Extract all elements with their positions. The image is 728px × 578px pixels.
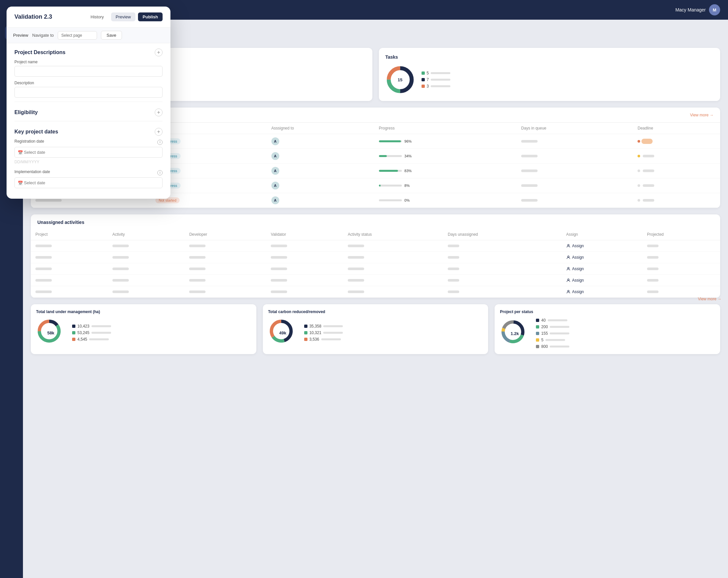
col-assigned-to: Asssigned to <box>267 123 374 134</box>
carbon-donut: 49k <box>268 318 297 348</box>
project-cell <box>31 263 108 275</box>
activities-view-more[interactable]: View more → <box>690 113 713 117</box>
project-status-legend: 40 200 155 5 800 <box>536 318 569 349</box>
project-name-input[interactable] <box>15 66 162 77</box>
developer-cell <box>185 240 266 252</box>
projected-cell <box>643 286 720 298</box>
deadline-dot <box>638 155 640 157</box>
description-field-group: Description <box>15 81 162 98</box>
deadline-dot <box>638 170 640 172</box>
svg-point-13 <box>568 256 569 257</box>
implementation-date-input[interactable] <box>15 177 162 188</box>
col-validator: Validator <box>266 229 343 240</box>
activity-cell <box>108 240 185 252</box>
modal-header-actions: History Preview Publish <box>86 12 162 21</box>
registration-date-field-group: Registration date i 📅 DD/MM/YYYY <box>15 139 162 166</box>
col-days-queue: Days in queue <box>517 123 633 134</box>
toolbar-preview-label: Preview <box>13 33 28 38</box>
activity-cell <box>108 252 185 263</box>
activity-cell <box>108 263 185 275</box>
days-unassigned-cell <box>443 240 562 252</box>
activity-status-cell <box>343 240 443 252</box>
days-queue-cell <box>517 178 633 193</box>
publish-button[interactable]: Publish <box>138 12 162 21</box>
legend-bar <box>431 79 450 81</box>
svg-point-15 <box>568 279 569 280</box>
assign-button-2[interactable]: Assign <box>566 267 584 271</box>
modal-title: Validation 2.3 <box>15 14 52 20</box>
land-donut: 58k <box>36 318 66 348</box>
preview-button[interactable]: Preview <box>111 12 135 21</box>
registration-date-input-wrap: 📅 <box>15 147 162 158</box>
project-descriptions-section-header: Project Descriptions + <box>15 43 162 60</box>
developer-cell <box>185 263 266 275</box>
project-descriptions-add[interactable]: + <box>155 49 162 56</box>
projected-cell <box>643 240 720 252</box>
legend-value-3: 3 <box>427 84 429 89</box>
unassigned-view-more[interactable]: View more → <box>698 297 720 298</box>
assign-cell[interactable]: Assign <box>562 275 643 286</box>
activity-status-cell <box>343 275 443 286</box>
toolbar-nav-label: Navigate to <box>32 33 54 38</box>
user-menu[interactable]: Macy Manager M <box>675 4 720 16</box>
project-cell <box>31 252 108 263</box>
registration-date-info[interactable]: i <box>157 140 162 145</box>
col-days-unassigned: Days unassigned <box>443 229 562 240</box>
legend-dot-orange <box>421 84 425 88</box>
assign-button-3[interactable]: Assign <box>566 278 584 283</box>
legend-item: 5 <box>421 71 451 75</box>
unassigned-table-wrap: Project Activity Developer Validator Act… <box>31 229 720 298</box>
days-queue-cell <box>517 149 633 164</box>
modal-body: Project Descriptions + Project name Desc… <box>6 43 171 199</box>
activity-status-cell <box>343 286 443 298</box>
calendar-icon-1: 📅 <box>18 150 23 155</box>
project-cell <box>31 275 108 286</box>
validator-cell <box>266 240 343 252</box>
avatar: A <box>271 167 279 175</box>
land-legend: 10,423 53,245 4,545 <box>72 324 111 342</box>
calendar-icon-2: 📅 <box>18 180 23 185</box>
legend-item: 7 <box>421 77 451 82</box>
developer-cell <box>185 286 266 298</box>
activity-cell <box>108 286 185 298</box>
assigned-cell: A <box>267 193 374 208</box>
legend-dot-navy <box>421 78 425 81</box>
progress-cell: 8% <box>374 178 517 193</box>
project-status-card: Project per status 1.2k <box>495 304 720 354</box>
col-projected: Projected <box>643 229 720 240</box>
assign-cell[interactable]: Assign <box>562 286 643 298</box>
divider-1 <box>15 102 162 102</box>
save-button[interactable]: Save <box>101 31 122 40</box>
description-input[interactable] <box>15 87 162 98</box>
activity-status-cell <box>343 263 443 275</box>
registration-date-input[interactable] <box>15 147 162 158</box>
eligibility-add[interactable]: + <box>155 108 162 117</box>
land-center: 58k <box>47 330 54 335</box>
registration-date-label: Registration date <box>15 139 44 144</box>
assign-button-0[interactable]: Assign <box>566 244 584 248</box>
eligibility-section-header: Eligibility + <box>15 103 162 120</box>
key-dates-add[interactable]: + <box>155 128 162 136</box>
validator-cell <box>266 252 343 263</box>
unassigned-table: Project Activity Developer Validator Act… <box>31 229 720 298</box>
tasks-center-label: 15 <box>398 77 402 82</box>
days-queue-cell <box>517 134 633 149</box>
tasks-donut: 15 <box>386 65 415 95</box>
assign-cell[interactable]: Assign <box>562 263 643 275</box>
history-button[interactable]: History <box>86 12 108 21</box>
implementation-date-info[interactable]: i <box>157 170 162 175</box>
table-row: Assign <box>31 240 720 252</box>
deadline-dot <box>638 184 640 187</box>
deadline-cell <box>633 149 720 164</box>
assign-cell[interactable]: Assign <box>562 252 643 263</box>
assign-button-4[interactable]: Assign <box>566 290 584 294</box>
page-select[interactable]: Select page <box>58 31 97 40</box>
days-queue-cell <box>517 164 633 178</box>
progress-cell: 96% <box>374 134 517 149</box>
assign-cell[interactable]: Assign <box>562 240 643 252</box>
legend-dot-green <box>421 72 425 75</box>
validator-cell <box>266 286 343 298</box>
assign-button-1[interactable]: Assign <box>566 255 584 260</box>
carbon-legend: 35,358 10,321 3,536 <box>304 324 343 342</box>
carbon-title: Total carbon reduced/removed <box>268 309 483 314</box>
